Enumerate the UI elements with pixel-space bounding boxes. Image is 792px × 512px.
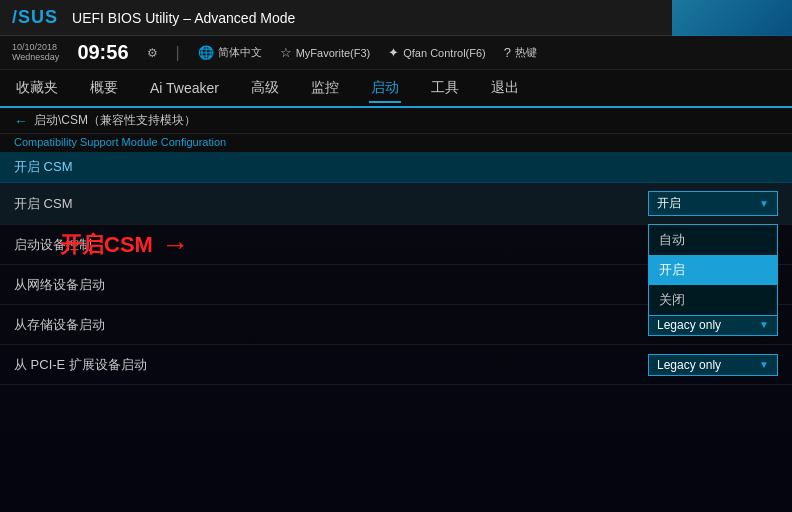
hotkey-button[interactable]: ? 热键 [504, 45, 537, 60]
setting-value-csm[interactable]: 开启 ▼ [648, 191, 778, 216]
csm-dropdown-menu[interactable]: 自动 开启 关闭 [648, 224, 778, 316]
nav-tools[interactable]: 工具 [429, 75, 461, 101]
top-image [672, 0, 792, 36]
settings-area: 开启 CSM 开启 ▼ 自动 开启 关闭 启动设备控制 开启CSM → 从网络设… [0, 183, 792, 385]
setting-label-storage: 从存储设备启动 [14, 316, 648, 334]
lang-icon: 🌐 [198, 45, 214, 60]
dropdown-option-off[interactable]: 关闭 [649, 285, 777, 315]
breadcrumb: 启动\CSM（兼容性支持模块） [34, 112, 196, 129]
nav-exit[interactable]: 退出 [489, 75, 521, 101]
fav-icon: ☆ [280, 45, 292, 60]
setting-row-csm[interactable]: 开启 CSM 开启 ▼ 自动 开启 关闭 [0, 183, 792, 225]
second-bar: 10/10/2018Wednesday 09:56 ⚙ | 🌐 简体中文 ☆ M… [0, 36, 792, 70]
nav-advanced[interactable]: 高级 [249, 75, 281, 101]
setting-value-storage[interactable]: Legacy only ▼ [648, 314, 778, 336]
lang-selector[interactable]: 🌐 简体中文 [198, 45, 262, 60]
nav-ai-tweaker[interactable]: Ai Tweaker [148, 76, 221, 100]
setting-label-pcie: 从 PCI-E 扩展设备启动 [14, 356, 648, 374]
dropdown-option-on[interactable]: 开启 [649, 255, 777, 285]
time-display: 09:56 [77, 41, 128, 64]
storage-dropdown-arrow: ▼ [759, 319, 769, 330]
qfan-button[interactable]: ✦ Qfan Control(F6) [388, 45, 486, 60]
top-bar: /SUS UEFI BIOS Utility – Advanced Mode [0, 0, 792, 36]
asus-logo: /SUS [12, 7, 58, 28]
hotkey-icon: ? [504, 45, 511, 60]
fan-icon: ✦ [388, 45, 399, 60]
nav-favorites[interactable]: 收藏夹 [14, 75, 60, 101]
pcie-current-value: Legacy only [657, 358, 721, 372]
nav-bar: 收藏夹 概要 Ai Tweaker 高级 监控 启动 工具 退出 [0, 70, 792, 108]
compat-sub: Compatibility Support Module Configurati… [0, 134, 792, 152]
nav-boot[interactable]: 启动 [369, 75, 401, 103]
setting-value-pcie[interactable]: Legacy only ▼ [648, 354, 778, 376]
dropdown-option-auto[interactable]: 自动 [649, 225, 777, 255]
myfav-label: MyFavorite(F3) [296, 47, 371, 59]
bios-window: /SUS UEFI BIOS Utility – Advanced Mode 1… [0, 0, 792, 512]
csm-current-value: 开启 [657, 195, 681, 212]
csm-dropdown-arrow: ▼ [759, 198, 769, 209]
back-button[interactable]: ← [14, 113, 28, 129]
date-text: 10/10/2018Wednesday [12, 43, 59, 63]
storage-current-value: Legacy only [657, 318, 721, 332]
hotkey-label: 热键 [515, 45, 537, 60]
setting-row-pcie[interactable]: 从 PCI-E 扩展设备启动 Legacy only ▼ [0, 345, 792, 385]
pcie-dropdown-arrow: ▼ [759, 359, 769, 370]
setting-label-csm: 开启 CSM [14, 195, 648, 213]
myfav-button[interactable]: ☆ MyFavorite(F3) [280, 45, 371, 60]
qfan-label: Qfan Control(F6) [403, 47, 486, 59]
breadcrumb-area: ← 启动\CSM（兼容性支持模块） [0, 108, 792, 134]
nav-monitor[interactable]: 监控 [309, 75, 341, 101]
separator: | [176, 44, 180, 62]
lang-label: 简体中文 [218, 45, 262, 60]
settings-icon[interactable]: ⚙ [147, 46, 158, 60]
datetime: 10/10/2018Wednesday [12, 43, 59, 63]
section-header: 开启 CSM [0, 152, 792, 183]
nav-overview[interactable]: 概要 [88, 75, 120, 101]
